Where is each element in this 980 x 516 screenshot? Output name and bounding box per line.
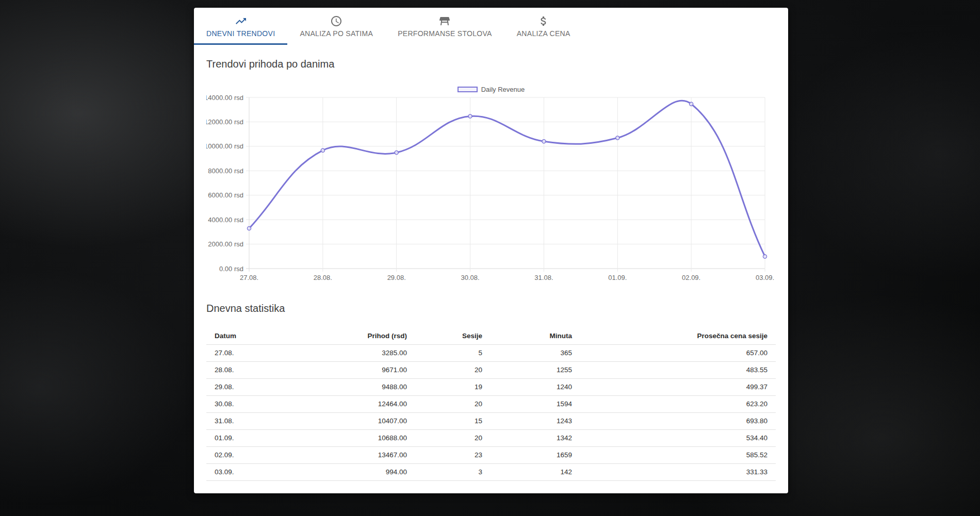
column-header: Sesije [415, 327, 491, 344]
table-row: 29.08.9488.00191240499.37 [206, 378, 776, 395]
table-cell: 20 [415, 429, 491, 446]
table-cell: 23 [415, 446, 491, 463]
table-cell: 585.52 [580, 446, 776, 463]
svg-text:03.09.: 03.09. [756, 274, 774, 281]
svg-text:27.08.: 27.08. [240, 274, 258, 281]
table-cell: 13467.00 [338, 446, 415, 463]
tab-dnevni-trendovi[interactable]: DNEVNI TRENDOVI [194, 8, 287, 45]
svg-text:14000.00 rsd: 14000.00 rsd [206, 95, 243, 102]
table-cell: 30.08. [206, 395, 338, 412]
table-row: 31.08.10407.00151243693.80 [206, 412, 776, 429]
table-row: 01.09.10688.00201342534.40 [206, 429, 776, 446]
table-cell: 9671.00 [338, 361, 415, 378]
tab-performanse-stolova[interactable]: PERFORMANSE STOLOVA [385, 8, 504, 45]
svg-text:29.08.: 29.08. [387, 274, 406, 281]
table-cell: 20 [415, 395, 491, 412]
table-cell: 12464.00 [338, 395, 415, 412]
table-cell: 19 [415, 378, 491, 395]
table-cell: 331.33 [580, 463, 776, 480]
dollar-icon [537, 15, 550, 27]
tab-bar: DNEVNI TRENDOVIANALIZA PO SATIMAPERFORMA… [194, 8, 788, 45]
svg-text:31.08.: 31.08. [534, 274, 553, 281]
table-cell: 1594 [491, 395, 580, 412]
table-cell: 15 [415, 412, 491, 429]
table-cell: 994.00 [338, 463, 415, 480]
tab-analiza-cena[interactable]: ANALIZA CENA [504, 8, 583, 45]
table-cell: 28.08. [206, 361, 338, 378]
tab-label: ANALIZA PO SATIMA [300, 29, 373, 38]
table-cell: 5 [415, 344, 491, 361]
svg-text:01.09.: 01.09. [608, 274, 627, 281]
table-cell: 10688.00 [338, 429, 415, 446]
table-cell: 20 [415, 361, 491, 378]
table-cell: 534.40 [580, 429, 776, 446]
tab-analiza-po-satima[interactable]: ANALIZA PO SATIMA [287, 8, 385, 45]
svg-text:12000.00 rsd: 12000.00 rsd [206, 118, 243, 126]
legend-label: Daily Revenue [481, 86, 525, 93]
table-cell: 31.08. [206, 412, 338, 429]
tab-label: ANALIZA CENA [517, 29, 570, 38]
legend-swatch [458, 87, 478, 92]
chart-title: Trendovi prihoda po danima [206, 58, 334, 70]
svg-text:6000.00 rsd: 6000.00 rsd [208, 191, 243, 199]
table-cell: 142 [491, 463, 580, 480]
daily-stats-table-wrap: DatumPrihod (rsd)SesijeMinutaProsečna ce… [206, 327, 776, 481]
table-cell: 3 [415, 463, 491, 480]
svg-text:4000.00 rsd: 4000.00 rsd [208, 216, 243, 224]
table-cell: 1342 [491, 429, 580, 446]
chart-legend[interactable]: Daily Revenue [206, 86, 776, 93]
revenue-line-chart: 0.00 rsd2000.00 rsd4000.00 rsd6000.00 rs… [206, 95, 776, 286]
clock-icon [330, 15, 342, 27]
svg-text:28.08.: 28.08. [314, 274, 332, 281]
column-header: Datum [206, 327, 338, 344]
svg-text:30.08.: 30.08. [461, 274, 479, 281]
column-header: Prihod (rsd) [338, 327, 415, 344]
table-cell: 29.08. [206, 378, 338, 395]
tab-label: DNEVNI TRENDOVI [206, 29, 275, 38]
table-icon [438, 15, 451, 27]
table-cell: 1255 [491, 361, 580, 378]
table-row: 30.08.12464.00201594623.20 [206, 395, 776, 412]
svg-text:2000.00 rsd: 2000.00 rsd [208, 240, 243, 248]
table-cell: 1659 [491, 446, 580, 463]
daily-stats-table: DatumPrihod (rsd)SesijeMinutaProsečna ce… [206, 327, 776, 481]
svg-text:10000.00 rsd: 10000.00 rsd [206, 142, 243, 150]
table-cell: 03.09. [206, 463, 338, 480]
column-header: Minuta [491, 327, 580, 344]
table-cell: 9488.00 [338, 378, 415, 395]
table-cell: 10407.00 [338, 412, 415, 429]
table-cell: 27.08. [206, 344, 338, 361]
table-row: 28.08.9671.00201255483.55 [206, 361, 776, 378]
svg-text:02.09.: 02.09. [682, 274, 700, 281]
table-cell: 1243 [491, 412, 580, 429]
table-cell: 499.37 [580, 378, 776, 395]
table-row: 02.09.13467.00231659585.52 [206, 446, 776, 463]
dashboard-card: DNEVNI TRENDOVIANALIZA PO SATIMAPERFORMA… [194, 8, 788, 493]
table-cell: 657.00 [580, 344, 776, 361]
svg-text:0.00 rsd: 0.00 rsd [219, 265, 243, 273]
table-row: 27.08.3285.005365657.00 [206, 344, 776, 361]
table-cell: 365 [491, 344, 580, 361]
trending-up-icon [235, 15, 247, 27]
table-cell: 01.09. [206, 429, 338, 446]
tab-label: PERFORMANSE STOLOVA [398, 29, 492, 38]
table-cell: 1240 [491, 378, 580, 395]
table-header-row: DatumPrihod (rsd)SesijeMinutaProsečna ce… [206, 327, 776, 344]
stats-title: Dnevna statistika [206, 303, 285, 314]
svg-text:8000.00 rsd: 8000.00 rsd [208, 167, 243, 175]
table-cell: 693.80 [580, 412, 776, 429]
table-row: 03.09.994.003142331.33 [206, 463, 776, 480]
table-cell: 3285.00 [338, 344, 415, 361]
table-cell: 623.20 [580, 395, 776, 412]
table-cell: 02.09. [206, 446, 338, 463]
table-cell: 483.55 [580, 361, 776, 378]
column-header: Prosečna cena sesije [580, 327, 776, 344]
